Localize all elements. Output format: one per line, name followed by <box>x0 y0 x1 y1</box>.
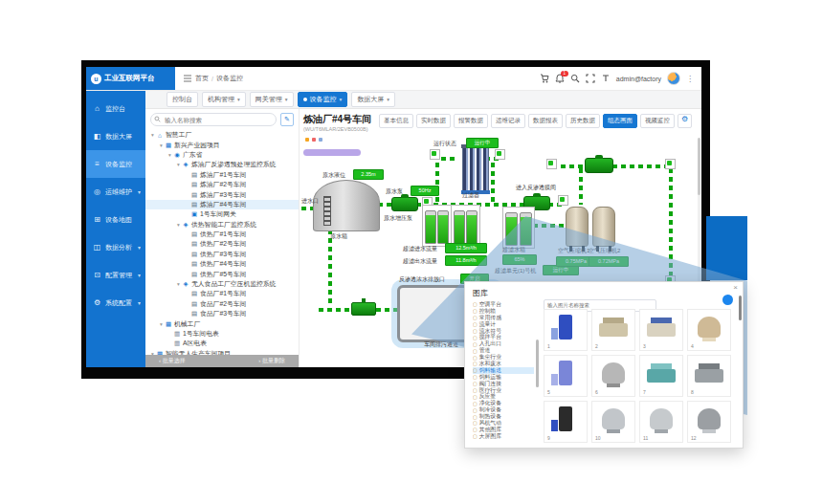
thumb-accent <box>702 338 716 341</box>
gallery-item[interactable]: 2 <box>591 309 635 351</box>
diagram-settings-icon[interactable]: ⚙ <box>678 114 692 128</box>
button-历史数据[interactable]: 历史数据 <box>566 114 600 128</box>
tree-node-label: 供热厂#2号车间 <box>200 239 246 249</box>
language-icon[interactable] <box>601 74 611 83</box>
hamburger-icon[interactable] <box>183 74 192 83</box>
category-scrollbar[interactable] <box>536 340 539 387</box>
tree-node-label: 供热厂#3号车间 <box>200 250 246 259</box>
tree-node[interactable]: ▤炼油厂#2号车间 <box>145 180 299 189</box>
tree-node[interactable]: ▥1号车间电表 <box>145 329 299 339</box>
gallery-category-大屏图库[interactable]: ▢大屏图库 <box>473 433 534 440</box>
button-数据报表[interactable]: 数据报表 <box>528 114 563 128</box>
sidebar-item-配置管理[interactable]: ⊡配置管理▾ <box>86 261 145 289</box>
gallery-item-number: 9 <box>547 435 550 441</box>
tab-网关管理[interactable]: 网关管理▾ <box>250 92 294 107</box>
shop-icon: ▤ <box>190 171 198 179</box>
gallery-item[interactable]: 4 <box>687 309 731 351</box>
active-dot-icon <box>303 98 307 101</box>
folder-icon: ▢ <box>473 321 478 327</box>
fullscreen-icon[interactable] <box>586 74 595 83</box>
avatar[interactable] <box>667 72 680 85</box>
tree-node[interactable]: ▤供热厂#1号车间 <box>145 230 299 239</box>
main-scrollbar-thumb[interactable] <box>698 138 700 195</box>
more-menu-icon[interactable]: ⋮ <box>686 75 694 83</box>
batch-delete-button[interactable]: › 批量删除 <box>258 357 285 365</box>
tree-search-input[interactable] <box>150 113 277 126</box>
tree-node[interactable]: ▥A区电表 <box>145 339 299 348</box>
tree-node[interactable]: ▤供热厂#3号车间 <box>145 250 299 259</box>
button-运维记录[interactable]: 运维记录 <box>491 114 525 128</box>
tree-node-label: 食品厂#2号车间 <box>200 299 246 309</box>
button-组态画面[interactable]: 组态画面 <box>603 114 637 128</box>
tree-edit-icon[interactable]: ✎ <box>280 113 294 126</box>
gallery-item[interactable]: 6 <box>591 355 635 397</box>
gallery-item[interactable]: 9 <box>544 401 588 443</box>
tree-node[interactable]: ▤炼油厂#3号车间 <box>145 189 299 199</box>
breadcrumb-home[interactable]: 首页 <box>195 74 209 83</box>
tree-node[interactable]: ▤食品厂#2号车间 <box>145 299 299 309</box>
gallery-item[interactable]: 1 <box>544 309 588 351</box>
gallery-item[interactable]: 3 <box>639 309 683 351</box>
cart-icon[interactable] <box>540 74 549 83</box>
gallery-scrollbar[interactable] <box>739 296 742 320</box>
batch-select-button[interactable]: ‹ 批量选择 <box>159 357 186 365</box>
folder-icon: ▢ <box>473 394 478 400</box>
gallery-item[interactable]: 11 <box>639 401 683 443</box>
tab-机构管理[interactable]: 机构管理▾ <box>202 92 246 107</box>
button-基本信息[interactable]: 基本信息 <box>379 114 413 128</box>
username[interactable]: admin@factory <box>616 76 661 82</box>
tab-数据大屏[interactable]: 数据大屏▾ <box>351 92 395 107</box>
gallery-item[interactable]: 10 <box>591 401 635 443</box>
sidebar-item-运维维护[interactable]: ◎运维维护▾ <box>86 178 145 206</box>
sidebar-item-数据大屏[interactable]: ◧数据大屏 <box>86 122 145 150</box>
sidebar-item-监控台[interactable]: ⌂监控台 <box>86 95 145 122</box>
gallery-item[interactable]: 12 <box>687 401 731 443</box>
gallery-item-image <box>642 358 680 388</box>
tree-search-row: ✎ <box>150 113 294 126</box>
sidebar-item-设备监控[interactable]: ≡设备监控 <box>86 150 145 178</box>
button-报警数据[interactable]: 报警数据 <box>454 114 488 128</box>
gallery-item[interactable]: 8 <box>687 355 731 397</box>
search-icon[interactable] <box>570 74 580 83</box>
bell-icon[interactable]: 1 <box>555 74 565 83</box>
tree-node[interactable]: ▤食品厂#3号车间 <box>145 309 299 318</box>
tree-node[interactable]: ▤供热厂#5号车间 <box>145 269 299 278</box>
stage: u 工业互联网平台 首页 / 设备监控 1 <box>0 0 822 504</box>
tree-node[interactable]: ▾◈无人食品工厂空压机监控系统 <box>145 279 299 289</box>
tree-node[interactable]: ▤炼油厂#4号车间 <box>145 200 299 209</box>
tab-设备监控[interactable]: 设备监控▾ <box>298 92 348 107</box>
app-logo[interactable]: u 工业互联网平台 <box>86 67 175 90</box>
gallery-item[interactable]: 7 <box>639 355 683 397</box>
tree-node[interactable]: ▾◈炼油厂反渗透预处理监控系统 <box>145 160 299 169</box>
tree-node[interactable]: ▾▦新兴产业园项目 <box>145 140 299 149</box>
tree-node-label: 炼油厂#3号车间 <box>200 190 246 200</box>
tree-node[interactable]: ▤供热厂#2号车间 <box>145 239 299 249</box>
gallery-item[interactable]: 5 <box>544 355 588 397</box>
tree-node[interactable]: ▾▦机械工厂 <box>145 318 299 328</box>
button-实时数据[interactable]: 实时数据 <box>416 114 451 128</box>
tree-node[interactable]: ▣1号车间网关 <box>145 209 299 219</box>
tree-node[interactable]: ▾⌂智慧工厂 <box>145 130 299 140</box>
status-dots <box>305 138 322 142</box>
gallery-item-image <box>594 358 633 388</box>
sidebar-item-数据分析[interactable]: ◫数据分析▾ <box>86 233 145 261</box>
close-icon[interactable]: × <box>733 283 738 292</box>
tree-node[interactable]: ▤供热厂#4号车间 <box>145 259 299 269</box>
gallery-categories: ▢空调平台▢控制箱▢常用传感▢流量计▢流水符号▢搅拌平台▢入孔出口▢管道▢集尘行… <box>473 301 534 444</box>
tab-控制台[interactable]: 控制台 <box>167 92 198 107</box>
tree-node[interactable]: ▾◈供热智能工厂监控系统 <box>145 220 299 230</box>
button-视频监控[interactable]: 视频监控 <box>640 114 675 128</box>
tree-node[interactable]: ▾◉广东省 <box>145 150 299 160</box>
tree-node[interactable]: ▤炼油厂#1号车间 <box>145 170 299 180</box>
tree-node[interactable]: ▤食品厂#1号车间 <box>145 289 299 298</box>
device-serial: (WU/T6MLAR/2EVB0500B) <box>303 126 371 132</box>
tree-node-label: 广东省 <box>183 150 202 160</box>
blue-accent-rectangle <box>706 216 747 280</box>
tree-node-label: 炼油厂#1号车间 <box>200 170 246 180</box>
thumb-accent <box>551 374 558 385</box>
sidebar-item-系统配置[interactable]: ⚙系统配置▾ <box>86 289 145 317</box>
sidebar-item-设备地图[interactable]: ⊞设备地图 <box>86 206 145 233</box>
sidebar-item-label: 数据分析 <box>105 243 132 252</box>
gallery-help-button[interactable] <box>722 295 733 305</box>
check-valve-icon <box>546 159 557 169</box>
